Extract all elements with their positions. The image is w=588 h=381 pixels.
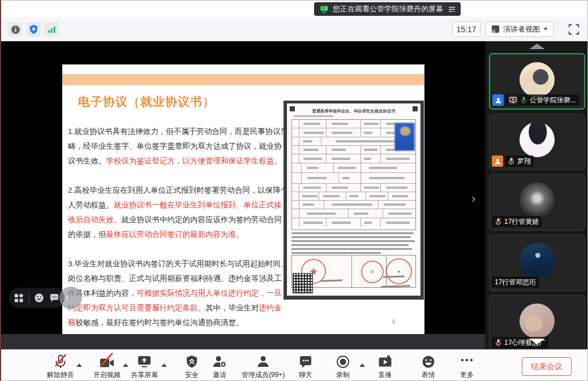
collapse-panel-button[interactable]: ‹ [59,287,82,309]
layout-view-icon [491,25,500,33]
mic-muted-icon [54,354,67,369]
shared-screen-area: 电子协议（就业协议书） 1.就业协议书具有法律效力，但不属于劳动合同，而是民事协… [1,41,485,349]
host-badge-icon [492,94,504,106]
view-selector-label: 演讲者视图 [503,24,540,34]
participant-name: 17行管黄婧 [504,217,539,227]
view-selector[interactable]: 演讲者视图 [486,21,553,37]
agreement-document-photo: 普通高等学校毕业生、毕业研究生就业协议书 ★ ※ ● [284,101,424,300]
corner-mark [413,106,418,111]
reaction-overlay-bar [9,288,65,308]
mic-on-icon [520,96,527,104]
slide-text-segment: 学校仅为鉴证登记方，以方便管理和保证学生权益。 [106,157,282,165]
more-button[interactable]: 更多 [436,354,498,380]
slide-paragraph: 2.高校毕业生应在到用人单位正式报到时签署劳动合同，以保障个人劳动权益。就业协议… [68,183,289,242]
info-icon[interactable] [8,22,23,37]
network-signal-icon[interactable] [44,22,59,37]
slide-page-number: 6 [392,319,396,325]
id-photo [394,123,415,151]
fullscreen-icon[interactable] [568,23,580,36]
avatar [520,122,555,157]
chat-icon [299,354,312,369]
slide-text-segment: 较敏感，最好在签约时与签约单位沟通协商清楚。 [76,318,244,327]
qr-code [293,273,313,293]
slide-body-text: 1.就业协议书具有法律效力，但不属于劳动合同，而是民事协议范畴，经毕业生签字、单… [68,124,289,345]
end-meeting-button[interactable]: 结束会议 [522,357,572,376]
mic-muted-icon [495,218,502,226]
participant-name: 公管学院张磬... [530,96,576,105]
notification-text: 您正在观看公管学院张磬丹的屏幕 [333,4,443,14]
meeting-timer: 15:17 [452,21,480,37]
participant-tile[interactable]: 17行管黄婧 [489,174,585,231]
invite-person-icon [212,354,227,369]
emoji-icon [422,354,435,369]
layout-grid-icon[interactable] [14,293,24,303]
agreement-number-line [294,115,333,117]
chevron-down-icon [543,28,548,31]
agreement-fine-print [291,232,416,256]
agreement-paper: 普通高等学校毕业生、毕业研究生就业协议书 ★ ※ ● [287,103,420,296]
slide-text-segment: 其中，毕业生对 [205,304,259,312]
meeting-toolbar: 15:17 演讲者视图 [1,18,587,41]
participant-tile[interactable]: 罗翔 [489,114,585,170]
avatar [520,62,555,97]
mic-muted-icon [495,339,502,347]
divider [29,293,29,303]
slide-header-band [62,74,424,85]
screen-share-badge-icon [508,96,518,105]
slide-paragraph: 3.毕业生对就业协议书内签订的关于试用期时长与试用起始时间、岗位名称与职责、正式… [68,257,289,330]
slide-title: 电子协议（就业协议书） [78,94,215,110]
participant-name: 17行管邓思珩 [495,278,536,287]
avatar [520,243,555,278]
agreement-title: 普通高等学校毕业生、毕业研究生就业协议书 [302,108,406,114]
screen-watching-icon [320,5,328,13]
bottom-control-bar: 解除静音 开启视频 共享屏幕 [1,349,587,381]
avatar [520,304,555,339]
cohost-badge-icon [492,155,503,167]
participants-sidebar: 公管学院张磬... 罗翔 [485,41,588,349]
more-dots-icon [460,354,474,369]
slide-text-segment: 最终应以劳动合同签订的最新内容为准。 [106,230,244,239]
participant-name: 罗翔 [517,157,531,166]
shield-plus-icon[interactable] [26,22,41,37]
scroll-up-icon[interactable] [529,44,545,49]
share-screen-icon [137,354,152,369]
list-icon[interactable] [448,6,456,13]
record-icon [336,354,350,369]
participant-tile[interactable]: 17行管邓思珩 [489,235,585,291]
top-strip: 您正在观看公管学院张磬丹的屏幕 [1,1,587,18]
screen-watching-banner: 您正在观看公管学院张磬丹的屏幕 [314,2,461,16]
camera-off-icon [100,354,114,369]
live-tv-icon [378,354,392,369]
slide-paragraph: 1.就业协议书具有法律效力，但不属于劳动合同，而是民事协议范畴，经毕业生签字、单… [68,124,289,168]
next-page-chevron[interactable]: › [471,193,475,205]
smiley-icon[interactable] [34,293,44,303]
red-round-stamp: ※ [361,261,384,283]
scroll-down-icon[interactable] [529,339,545,344]
mic-muted-icon [508,157,515,165]
screen-share-bottom-strip [1,334,485,349]
participant-tile[interactable]: 公管学院张磬... [489,53,585,110]
red-university-stamp: ● [386,258,412,284]
avatar [520,183,555,218]
presentation-slide: 电子协议（就业协议书） 1.就业协议书具有法律效力，但不属于劳动合同，而是民事协… [62,64,424,334]
members-icon [256,354,270,369]
chat-bubble-icon[interactable] [49,293,59,302]
corner-mark [290,106,295,111]
meeting-window: 您正在观看公管学院张磬丹的屏幕 15:17 [0,0,588,381]
